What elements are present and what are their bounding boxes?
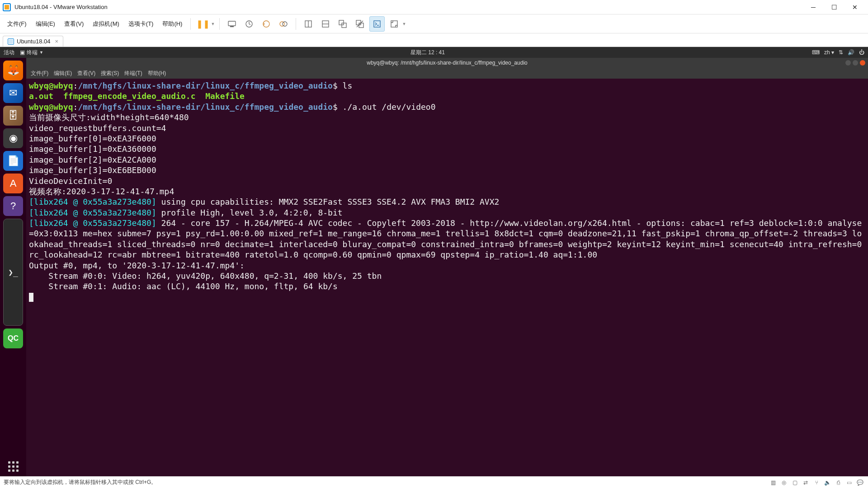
volume-indicator-icon[interactable]: 🔊 [848, 49, 854, 56]
menu-view[interactable]: 查看(V) [61, 18, 87, 30]
status-hd-icon[interactable]: ▥ [769, 478, 778, 487]
exit-unity-button[interactable] [352, 16, 368, 32]
launcher-qtcreator-icon[interactable]: QC [3, 328, 23, 348]
svg-point-5 [283, 22, 287, 26]
menu-tabs[interactable]: 选项卡(T) [125, 18, 157, 30]
snapshot-manager-button[interactable] [276, 16, 291, 32]
vm-tab-close-icon[interactable]: × [55, 38, 58, 45]
launcher-files-icon[interactable]: 🗄 [3, 106, 23, 126]
svg-rect-16 [391, 21, 397, 27]
minimize-button[interactable]: ─ [803, 0, 824, 14]
launcher-thunderbird-icon[interactable]: ✉ [3, 83, 23, 103]
status-sound-icon[interactable]: 🔈 [823, 478, 832, 487]
term-close-icon[interactable] [860, 60, 865, 66]
status-floppy-icon[interactable]: ▢ [790, 478, 799, 487]
menu-edit[interactable]: 编辑(E) [32, 18, 59, 30]
terminal-small-icon: ▣ [20, 49, 25, 56]
term-minimize-icon[interactable] [845, 60, 851, 66]
svg-line-14 [357, 21, 363, 27]
svg-rect-13 [359, 23, 363, 28]
pause-dropdown-icon[interactable]: ▼ [211, 22, 215, 26]
ubuntu-top-bar: 活动 ▣ 终端 ▼ 星期二 12 : 41 ⌨ zh ▾ ⇅ 🔊 ⏻ [0, 47, 868, 58]
term-menu-edit[interactable]: 编辑(E) [54, 70, 72, 77]
term-menu-terminal[interactable]: 终端(T) [124, 70, 142, 77]
revert-snapshot-button[interactable] [259, 16, 274, 32]
snapshot-button[interactable] [241, 16, 257, 32]
terminal-window-titlebar[interactable]: wbyq@wbyq: /mnt/hgfs/linux-share-dir/lin… [26, 58, 868, 68]
vmware-statusbar: 要将输入定向到该虚拟机，请将鼠标指针移入其中或按 Ctrl+G。 ▥ ◎ ▢ ⇄… [0, 476, 868, 488]
send-ctrl-alt-del-button[interactable] [224, 16, 240, 32]
status-printer-icon[interactable]: ⎙ [834, 478, 843, 487]
unity-button[interactable] [335, 16, 350, 32]
vmware-titlebar: Ubuntu18.04 - VMware Workstation ─ ☐ ✕ [0, 0, 868, 14]
launcher-apps-icon[interactable] [3, 456, 23, 476]
svg-rect-15 [374, 21, 380, 27]
fullscreen-button[interactable] [387, 16, 402, 32]
vmware-menubar: 文件(F) 编辑(E) 查看(V) 虚拟机(M) 选项卡(T) 帮助(H) ❚❚… [0, 14, 868, 33]
vm-tab-ubuntu[interactable]: Ubuntu18.04 × [3, 36, 63, 47]
guest-display[interactable]: 活动 ▣ 终端 ▼ 星期二 12 : 41 ⌨ zh ▾ ⇅ 🔊 ⏻ 🦊 ✉ 🗄… [0, 47, 868, 476]
svg-rect-10 [339, 20, 344, 25]
ubuntu-launcher: 🦊 ✉ 🗄 ◉ 📄 A ? ❯_ QC [0, 58, 26, 476]
vm-tab-icon [8, 38, 14, 45]
close-button[interactable]: ✕ [844, 0, 865, 14]
term-menu-view[interactable]: 查看(V) [77, 70, 95, 77]
launcher-software-icon[interactable]: A [3, 174, 23, 193]
window-title: Ubuntu18.04 - VMware Workstation [14, 4, 108, 10]
launcher-help-icon[interactable]: ? [3, 196, 23, 216]
console-view-button[interactable] [369, 16, 385, 32]
pause-vm-button[interactable]: ❚❚ [195, 16, 211, 32]
svg-rect-1 [230, 26, 234, 27]
launcher-writer-icon[interactable]: 📄 [3, 151, 23, 171]
status-display-icon[interactable]: ▭ [844, 478, 854, 487]
topbar-clock[interactable]: 星期二 12 : 41 [49, 49, 807, 56]
menu-file[interactable]: 文件(F) [4, 18, 30, 30]
network-indicator-icon[interactable]: ⇅ [839, 49, 843, 56]
menu-vm[interactable]: 虚拟机(M) [89, 18, 123, 30]
status-cd-icon[interactable]: ◎ [779, 478, 788, 487]
terminal-window-title: wbyq@wbyq: /mnt/hgfs/linux-share-dir/lin… [367, 60, 527, 66]
fit-guest-button[interactable] [301, 16, 316, 32]
term-menu-search[interactable]: 搜索(S) [101, 70, 119, 77]
status-messages-icon[interactable]: 💬 [855, 478, 864, 487]
launcher-disk-icon[interactable]: ◉ [3, 128, 23, 148]
topbar-app-indicator[interactable]: ▣ 终端 ▼ [20, 49, 43, 56]
launcher-terminal-icon[interactable]: ❯_ [3, 219, 23, 326]
vm-tabstrip: Ubuntu18.04 × [0, 33, 868, 47]
vm-tab-label: Ubuntu18.04 [17, 38, 50, 45]
menu-help[interactable]: 帮助(H) [159, 18, 186, 30]
activities-button[interactable]: 活动 [4, 49, 14, 56]
fullscreen-dropdown-icon[interactable]: ▼ [402, 22, 406, 26]
term-menu-help[interactable]: 帮助(H) [148, 70, 166, 77]
vmware-logo-icon [3, 3, 11, 11]
svg-rect-0 [228, 21, 236, 26]
svg-rect-11 [342, 23, 346, 28]
launcher-firefox-icon[interactable]: 🦊 [3, 61, 23, 80]
terminal-cursor [29, 293, 33, 302]
terminal-menubar: 文件(F) 编辑(E) 查看(V) 搜索(S) 终端(T) 帮助(H) [26, 68, 868, 79]
svg-rect-12 [356, 20, 361, 25]
maximize-button[interactable]: ☐ [824, 0, 844, 14]
fit-window-button[interactable] [318, 16, 333, 32]
svg-point-4 [280, 22, 284, 26]
status-network-icon[interactable]: ⇄ [801, 478, 810, 487]
term-maximize-icon[interactable] [853, 60, 858, 66]
chevron-down-icon: ▼ [39, 50, 43, 55]
terminal-output[interactable]: wbyq@wbyq:/mnt/hgfs/linux-share-dir/linu… [26, 79, 868, 476]
keyboard-indicator-icon[interactable]: ⌨ [812, 49, 820, 56]
term-menu-file[interactable]: 文件(F) [31, 70, 48, 77]
lang-indicator[interactable]: zh ▾ [824, 49, 834, 56]
statusbar-hint: 要将输入定向到该虚拟机，请将鼠标指针移入其中或按 Ctrl+G。 [4, 479, 156, 486]
status-usb-icon[interactable]: ⑂ [812, 478, 821, 487]
power-indicator-icon[interactable]: ⏻ [859, 49, 864, 56]
